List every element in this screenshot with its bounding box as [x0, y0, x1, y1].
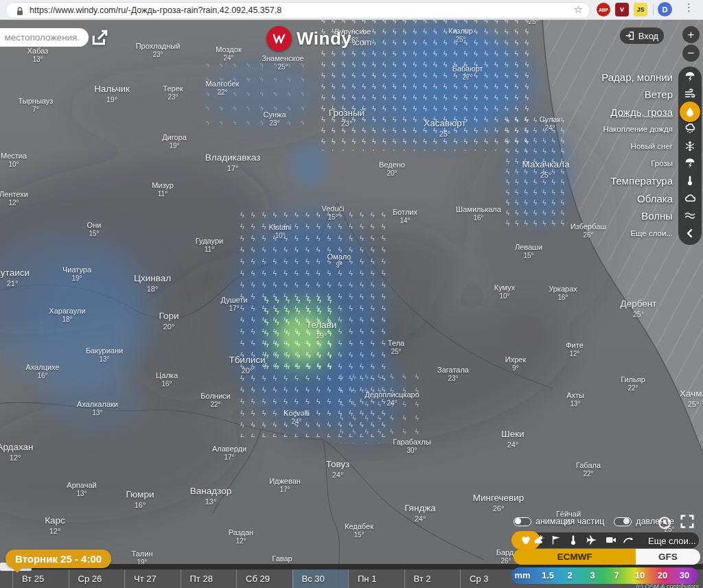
timeline-tooltip[interactable]: Вторник 25 - 4:00 [5, 550, 111, 568]
city-label[interactable]: Омало9° [327, 252, 352, 270]
timeline-day-Вс-30[interactable]: Вс 30 [292, 569, 349, 588]
city-label[interactable]: Цалка16° [156, 371, 178, 388]
city-label[interactable]: Нальчик19° [94, 84, 130, 104]
thunderstorm-icon[interactable] [684, 158, 695, 169]
city-label[interactable]: Кизляр25° [448, 27, 473, 44]
city-label[interactable]: Ботлих14° [393, 208, 417, 225]
city-label[interactable]: Сунжа23° [264, 110, 286, 128]
city-label[interactable]: Ахалкалаки13° [77, 400, 118, 417]
city-label[interactable]: Карс12° [45, 516, 65, 536]
city-label[interactable]: Лентехи12° [0, 190, 28, 207]
city-label[interactable]: Раздан12° [229, 528, 253, 545]
city-label[interactable]: Душети17° [221, 296, 248, 313]
city-label[interactable]: Алаверди17° [212, 445, 246, 462]
layer-item-3[interactable]: Накопление дождя [603, 125, 673, 133]
address-bar[interactable]: https://www.windy.com/ru/-Дождь-гроза-ra… [5, 2, 590, 19]
city-label[interactable]: Мизур11° [152, 181, 174, 198]
city-label[interactable]: Гильяр22° [621, 375, 645, 392]
zoom-out-button[interactable]: − [682, 45, 700, 62]
timeline-day-Вт-2[interactable]: Вт 2 [404, 569, 461, 588]
city-label[interactable]: Бабаюрт27° [452, 64, 483, 82]
city-label[interactable]: 25° [528, 19, 538, 26]
clock-icon[interactable] [658, 516, 671, 530]
model-ecmwf-button[interactable]: ECMWF [514, 549, 636, 565]
city-label[interactable]: Грозный23° [329, 108, 365, 128]
city-label[interactable]: Гори20° [159, 311, 179, 331]
city-label[interactable]: Они15° [87, 221, 102, 238]
city-label[interactable]: Чиатура19° [62, 266, 91, 283]
rain-accumulation-icon[interactable] [684, 124, 695, 134]
snowflake-icon[interactable] [684, 141, 695, 152]
city-label[interactable]: Кумух10° [494, 283, 515, 301]
city-label[interactable]: Сулак24° [540, 115, 561, 132]
city-label[interactable]: Бакуриани13° [86, 346, 123, 364]
city-label[interactable]: Знаменское25° [262, 54, 303, 71]
city-label[interactable]: Дедоплисцкаро24° [365, 390, 419, 408]
city-label[interactable]: Прохладный23° [136, 42, 181, 59]
city-label[interactable]: Малгобек22° [206, 80, 240, 97]
city-label[interactable]: Дербент25° [621, 299, 657, 319]
city-label[interactable]: Мингечевир26° [473, 493, 525, 513]
layer-item-5[interactable]: Грозы [651, 159, 673, 167]
city-label[interactable]: Фите12° [566, 341, 584, 358]
city-label[interactable]: Хачма25° [680, 389, 703, 409]
city-label[interactable]: Болниси22° [200, 392, 230, 409]
waves-icon[interactable] [684, 210, 695, 221]
city-label[interactable]: Товуз24° [326, 460, 350, 480]
city-label[interactable]: Махачкала25° [522, 160, 570, 180]
v-extension-icon[interactable]: V [615, 3, 629, 16]
city-label[interactable]: Гудаури11° [196, 237, 223, 254]
particles-toggle[interactable] [514, 517, 531, 526]
fullscreen-icon[interactable] [680, 514, 695, 529]
layer-item-1[interactable]: Ветер [645, 89, 673, 100]
city-label[interactable]: Тела25° [388, 339, 404, 356]
city-label[interactable]: Кедабек15° [345, 522, 373, 539]
weather-map[interactable]: ϟϟϟϟϟϟϟϟϟϟϟϟϟϟϟϟϟϟϟϟϟϟϟϟϟϟϟϟϟϟϟϟϟϟϟϟϟϟϟϟ… [0, 19, 703, 588]
city-label[interactable]: Ведено20° [379, 161, 405, 178]
city-label[interactable]: Гянджа24° [404, 504, 436, 524]
city-label[interactable]: Моздок24° [216, 45, 241, 62]
windy-logo[interactable]: Windy .com [266, 26, 371, 51]
timeline-day-Пн-1[interactable]: Пн 1 [348, 569, 404, 588]
timeline-day-Сб-29[interactable]: Сб 29 [236, 569, 292, 588]
city-label[interactable]: Иджеван17° [269, 477, 301, 494]
city-label[interactable]: Хасавюрт25° [424, 119, 465, 139]
radar-lightning-icon[interactable] [684, 71, 695, 82]
pressure-toggle[interactable] [614, 517, 632, 526]
city-label[interactable]: Köçvəlli24° [284, 409, 310, 426]
chevron-left-icon[interactable] [684, 228, 695, 239]
city-label[interactable]: Цхинвал18° [134, 274, 171, 294]
city-label[interactable]: Тырныауз7° [19, 97, 54, 114]
zoom-in-button[interactable]: + [682, 26, 700, 43]
thermometer-icon[interactable] [684, 175, 695, 186]
timeline-day-Ср-3[interactable]: Ср 3 [460, 569, 516, 588]
city-label[interactable]: Загатала23° [437, 366, 469, 383]
city-label[interactable]: Арпачай13° [67, 481, 96, 498]
url-text[interactable]: https://www.windy.com/ru/-Дождь-гроза-ra… [30, 5, 281, 15]
model-gfs-button[interactable]: GFS [636, 549, 700, 565]
layer-item-7[interactable]: Облака [637, 193, 673, 204]
city-label[interactable]: Шамилькала16° [456, 205, 501, 222]
city-label[interactable]: Избербаш26° [571, 222, 606, 239]
city-label[interactable]: Кутаиси21° [0, 268, 30, 288]
city-label[interactable]: Владикавказ17° [205, 153, 260, 173]
city-label[interactable]: Уркарах16° [549, 285, 577, 302]
bookmark-star-icon[interactable]: ☆ [574, 3, 583, 16]
city-label[interactable]: Хабаз13° [27, 47, 49, 64]
adblock-extension-icon[interactable]: ABP [597, 3, 610, 16]
city-label[interactable]: Ихрек9° [505, 355, 526, 373]
layer-item-4[interactable]: Новый снег [631, 142, 673, 150]
camera-icon[interactable] [606, 534, 616, 545]
timeline-day-Вт-25[interactable]: Вт 25 [12, 569, 69, 588]
profile-avatar[interactable]: D [658, 2, 672, 16]
city-label[interactable]: Шеки24° [501, 430, 524, 449]
cloud-icon[interactable] [684, 193, 695, 204]
timeline-day-Пт-28[interactable]: Пт 28 [181, 569, 237, 588]
layer-item-6[interactable]: Температура [610, 175, 673, 187]
timeline-day-Чт-27[interactable]: Чт 27 [124, 569, 181, 588]
city-label[interactable]: Тбилиси20° [229, 355, 265, 375]
city-label[interactable]: Дигора19° [162, 133, 187, 150]
layer-item-9[interactable]: Еще слои... [630, 229, 673, 237]
raindrop-icon[interactable] [684, 106, 695, 117]
timeline-day-Ср-26[interactable]: Ср 26 [69, 569, 125, 588]
